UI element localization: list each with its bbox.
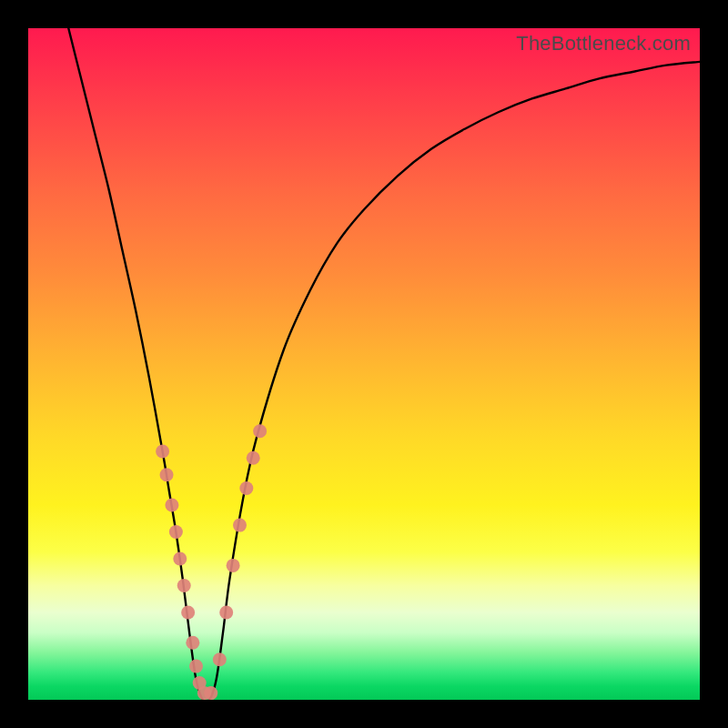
- marker-dot: [165, 498, 178, 511]
- marker-dot: [186, 636, 199, 650]
- marker-dot: [189, 660, 203, 673]
- marker-dot: [160, 468, 174, 481]
- marker-dot: [204, 686, 217, 700]
- marker-dot: [213, 652, 227, 666]
- chart-overlay-svg: [28, 28, 700, 700]
- marker-dot: [219, 606, 233, 620]
- marker-dot: [169, 525, 183, 539]
- marker-dot: [181, 606, 195, 620]
- marker-dot: [253, 424, 267, 438]
- marker-dot: [173, 552, 187, 566]
- marker-dot: [239, 481, 253, 495]
- marker-dot: [247, 451, 260, 465]
- marker-dot: [156, 444, 169, 458]
- chart-frame: TheBottleneck.com: [0, 0, 728, 728]
- marker-dot: [227, 559, 240, 572]
- plot-area: TheBottleneck.com: [28, 28, 700, 700]
- bottleneck-curve-path: [68, 28, 700, 703]
- marker-dot: [233, 519, 247, 532]
- marker-dot: [177, 579, 191, 592]
